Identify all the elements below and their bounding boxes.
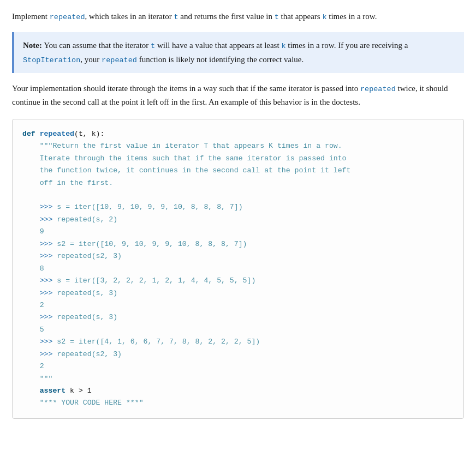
intro-param-t2: t: [275, 13, 279, 21]
note-box: Note: You can assume that the iterator t…: [12, 32, 464, 73]
second-text1: Your implementation should iterate throu…: [12, 84, 360, 93]
intro-param-k: k: [322, 13, 326, 21]
second-paragraph: Your implementation should iterate throu…: [12, 82, 464, 109]
note-text1: You can assume that the iterator: [42, 41, 151, 50]
note-fn-repeated: repeated: [102, 56, 137, 64]
intro-paragraph: Implement repeated, which takes in an it…: [12, 10, 464, 23]
note-text4: , your: [80, 55, 102, 64]
note-text3: times in a row. If you are receiving a: [285, 41, 408, 50]
intro-text-after4: times in a row.: [327, 12, 377, 21]
note-text2: will have a value that appears at least: [155, 41, 281, 50]
note-text5: function is likely not identifying the c…: [137, 55, 304, 64]
note-param-t: t: [151, 42, 155, 50]
note-label: Note:: [23, 41, 42, 50]
intro-text-after3: that appears: [279, 12, 323, 21]
code-block: def repeated(t, k): """Return the first …: [12, 119, 464, 419]
second-fn-repeated: repeated: [360, 85, 396, 93]
intro-text-before: Implement: [12, 12, 50, 21]
intro-text-after2: and returns the first value in: [178, 12, 275, 21]
intro-fn-name: repeated: [50, 13, 85, 21]
intro-param-t: t: [174, 13, 178, 21]
intro-text-after1: , which takes in an iterator: [85, 12, 174, 21]
note-stop-iter: StopIteration: [23, 56, 80, 64]
